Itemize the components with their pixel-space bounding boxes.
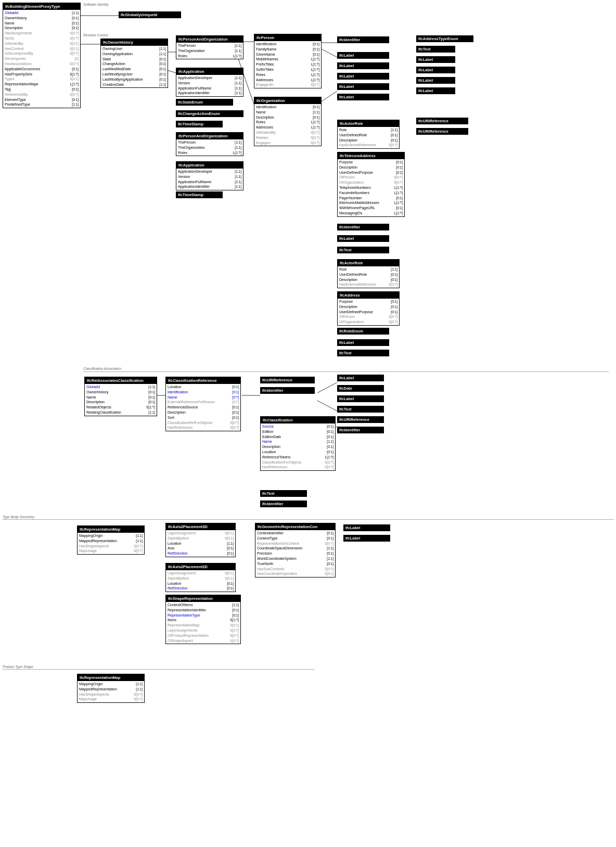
label-4-box: IfcLabel [337, 83, 389, 90]
ifc-text-cls-box: IfcText [260, 490, 307, 497]
representation-map-box: IfcRepresentationMap MappingOrigin [1:1]… [77, 525, 145, 555]
section-border-product [3, 669, 315, 670]
field-description: Description [0:1] [5, 25, 79, 31]
section-border-classification [83, 371, 609, 372]
field-ownerhistory: OwnerHistory [0:1] [5, 16, 79, 21]
axis2-placement-3d-box: IfcAxis2Placement3D LayerAssignment S[0:… [165, 523, 236, 557]
geometric-rep-context-box: IfcGeometricRepresentationCon ContextIde… [255, 523, 336, 578]
label-11-box: IfcLabel [337, 339, 389, 346]
field-hascontext: HasContext S[0:1] [5, 46, 79, 52]
application-1-box: IfcApplication ApplicationDeveloper [1:1… [176, 68, 243, 97]
owner-history-box: IfcOwnerHistory OwningUser [1:1] OwningA… [100, 38, 168, 88]
representation-map-2-box: IfcRepresentationMap MappingOrigin [1:1]… [77, 674, 145, 703]
label-class2-box: IfcLabel [337, 395, 384, 402]
ifc-date-box: IfcDate [337, 385, 384, 392]
field-types: Types S[0:1] [5, 76, 79, 82]
revision-control-label: Revision Control [83, 33, 108, 37]
product-type-shape-label: Product Type Shape [3, 665, 33, 669]
ifc-identifier-cls-box: IfcIdentifier [260, 500, 307, 507]
field-globalid: GlobalId [1:1] [5, 10, 79, 16]
rel-associates-classification-box: IfcRelAssociatesClassification GlobalId … [84, 377, 157, 416]
label-6-box: IfcLabel [416, 56, 455, 63]
label-1-box: IfcLabel [337, 52, 389, 59]
person-and-org-2-box: IfcPersonAndOrganization ThePerson [1:1]… [176, 132, 243, 156]
classification-reference-box: IfcClassificationReference Location [0:1… [165, 377, 241, 431]
main-class-box: IfcBuildingElementProxyType GlobalId [1:… [3, 3, 81, 108]
uri-ref-class2-box: IfcURIReference [337, 416, 384, 423]
person-box: IfcPerson Identification [0:1] FamilyNam… [254, 34, 322, 88]
svg-line-12 [317, 401, 337, 411]
label-10-box: IfcLabel [337, 235, 389, 242]
uri-ref-1-box: IfcURIReference [416, 118, 468, 124]
telecom-address-box: IfcTelecomAddress Purpose [0:1] Descript… [337, 152, 405, 217]
label-2-box: IfcLabel [337, 62, 389, 69]
field-haspropertyset: HasPropertySets S[1:?] [5, 72, 79, 77]
field-isdecomposedby: IsDecomposedBy S[0:?] [5, 51, 79, 56]
change-action-enum-box: IfcChangeActionEnum [176, 110, 243, 117]
classification-box: IfcClassification Source [0:1] Edition [… [260, 416, 336, 471]
diagram-container: IfcBuildingElementProxyType GlobalId [1:… [0, 0, 616, 847]
main-class-body: GlobalId [1:1] OwnerHistory [0:1] Name [… [3, 10, 80, 108]
field-referencedby: ReferencedBy S[0:?] [5, 92, 79, 97]
uri-reference-class-box: IfcURIReference [260, 377, 315, 383]
ifc-label-geo-box: IfcLabel [343, 524, 390, 531]
identifier-2-box: IfcIdentifier [337, 224, 389, 230]
identifier-1-box: IfcIdentifier [337, 36, 389, 43]
field-tag: Tag [0:1] [5, 87, 79, 92]
ifc-text-class-box: IfcText [337, 406, 384, 413]
svg-line-11 [317, 382, 337, 393]
main-class-header: IfcBuildingElementProxyType [3, 3, 80, 10]
label-3-box: IfcLabel [337, 73, 389, 80]
label-7-box: IfcLabel [416, 67, 455, 73]
time-stamp-1-box: IfcTimeStamp [176, 121, 223, 127]
field-hasassociations: HasAssociations S[0:?] [5, 61, 79, 67]
state-enum-box: IfcStateEnum [176, 99, 233, 106]
ifc-text-lower-box: IfcText [337, 247, 389, 253]
label-8-box: IfcLabel [416, 77, 455, 84]
section-border-geometry [3, 519, 614, 520]
ifc-label-geo2-box: IfcLabel [343, 535, 390, 542]
field-decomposes: Decomposes [0] [5, 56, 79, 61]
field-predefinedtype: PredefinedType [1:1] [5, 102, 79, 107]
axis2-placement-2d-box: IfcAxis2Placement2D LayerAssignment S[0:… [165, 563, 236, 592]
field-isnestedby: IsNestedBy S[0:1] [5, 41, 79, 46]
uri-ref-2-box: IfcURIReference [416, 128, 468, 135]
ifc-text-3-box: IfcText [337, 350, 389, 356]
label-9-box: IfcLabel [416, 87, 455, 94]
organization-box: IfcOrganization Identification [0:1] Nam… [254, 97, 322, 146]
actor-role-1-box: IfcActorRole Role [1:1] UserDefinedRole … [337, 120, 400, 149]
person-and-org-1-box: IfcPersonAndOrganization ThePerson [1:1]… [176, 35, 243, 59]
field-elementtype: ElementType [0:1] [5, 97, 79, 102]
identifier-class-box: IfcIdentifier [260, 387, 315, 394]
software-identity-label: Software Identity [83, 3, 108, 6]
role-enum-box: IfcRoleEnum [337, 328, 389, 335]
field-name: Name [0:1] [5, 21, 79, 26]
ifc-text-1-box: IfcText [416, 46, 455, 53]
field-applicableoccurrence: ApplicableOccurrence [0:1] [5, 67, 79, 72]
field-nests: Nests S[0:?] [5, 36, 79, 41]
shape-representation-box: IfcShapeRepresentation ContextOfItems [1… [165, 595, 241, 644]
actor-role-2-box: IfcActorRole Role [1:1] UserDefinedRole … [337, 259, 400, 288]
address-type-enum-box: IfcAddressTypeEnum [416, 35, 473, 42]
label-class-box: IfcLabel [337, 375, 384, 381]
label-5-box: IfcLabel [337, 94, 389, 100]
time-stamp-2-box: IfcTimeStamp [176, 191, 223, 198]
type-body-geometry-label: Type Body Geometry [3, 515, 34, 519]
application-2-box: IfcApplication ApplicationDeveloper [1:1… [176, 161, 243, 190]
field-representationmaps: RepresentationMaps L[1:?] [5, 82, 79, 87]
ifc-address-box: IfcAddress Purpose [0:1] Description [0:… [337, 291, 400, 326]
classification-association-label: Classification Association [83, 367, 121, 370]
globally-unique-id-box: IfcGloballyUniqueId [119, 11, 181, 18]
identifier-class2-box: IfcIdentifier [337, 427, 384, 433]
field-hasassignments: HasAssignments S[0:?] [5, 31, 79, 36]
